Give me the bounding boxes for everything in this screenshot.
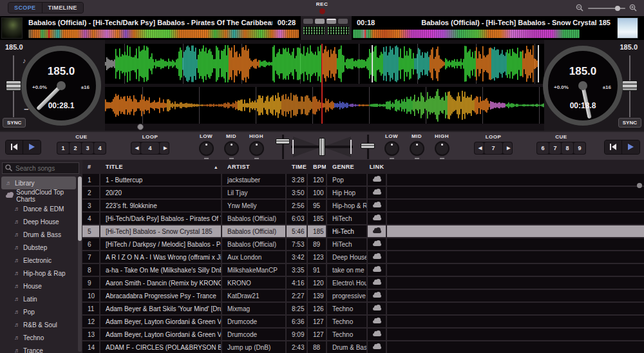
table-row[interactable]: 2 20/20 Lil Tjay 3:50 100 Hip Hop xyxy=(82,187,644,200)
cue-button-8-right[interactable]: 8 xyxy=(562,142,573,154)
timeline-tab[interactable]: TIMELINE xyxy=(43,3,83,13)
volume-handle-left[interactable] xyxy=(276,138,290,144)
sidebar-item-electronic[interactable]: ♬ Electronic xyxy=(1,254,76,267)
play-button-left[interactable] xyxy=(23,140,41,154)
play-button-right[interactable] xyxy=(622,140,639,154)
cell-link[interactable] xyxy=(368,303,387,314)
cue-button-9-right[interactable]: 9 xyxy=(574,142,585,154)
soundcloud-link-icon[interactable] xyxy=(373,217,381,220)
sidebar-item-hip-hop-rap[interactable]: ♬ Hip-hop & Rap xyxy=(1,267,76,280)
crossfader-handle[interactable] xyxy=(319,138,325,156)
soundcloud-link-icon[interactable] xyxy=(373,307,381,310)
pitch-slider-handle-left[interactable] xyxy=(6,81,21,91)
volume-handle-right[interactable] xyxy=(361,143,375,149)
loop-double-button-right[interactable]: ▶ xyxy=(503,142,512,154)
table-row[interactable]: 8 a-ha - Take On Me (Milkshake's Silly D… xyxy=(82,264,644,277)
cell-link[interactable] xyxy=(368,341,387,353)
loop-halve-button-right[interactable]: ◀ xyxy=(475,142,484,154)
sidebar-scrollbar-thumb[interactable] xyxy=(78,176,82,241)
sidebar-item-dubstep[interactable]: ♬ Dubstep xyxy=(1,241,76,254)
table-row[interactable]: 4 [Hi-Tech/Dark Psy] Babalos - Pirates O… xyxy=(82,213,644,225)
waveform-deck-right[interactable] xyxy=(105,87,544,124)
table-row[interactable]: 3 223's ft. 9lokknine Ynw Melly 2:56 95 … xyxy=(82,200,644,213)
soundcloud-link-icon[interactable] xyxy=(373,243,381,246)
table-row[interactable]: 6 [HiTech / Darkpsy / Melodic] Babalos -… xyxy=(82,238,644,251)
soundcloud-link-icon[interactable] xyxy=(373,230,381,233)
table-scrollbar-thumb[interactable] xyxy=(637,183,642,188)
cell-link[interactable] xyxy=(368,316,387,327)
cell-link[interactable] xyxy=(368,251,387,263)
volume-slider-right[interactable] xyxy=(361,135,375,159)
column-header-title[interactable]: TITLE▲ xyxy=(100,164,222,170)
soundcloud-link-icon[interactable] xyxy=(373,256,381,259)
cue-button-7-right[interactable]: 7 xyxy=(549,142,561,154)
cell-link[interactable] xyxy=(368,213,387,224)
column-header-link[interactable]: LINK xyxy=(368,164,387,170)
eq-mid-knob-right[interactable] xyxy=(410,141,424,156)
sidebar-item-library[interactable]: ♬ Library xyxy=(1,176,76,189)
eq-low-knob-right[interactable] xyxy=(384,141,399,156)
track-overview-waveform-left[interactable] xyxy=(28,30,299,38)
table-row[interactable]: 10 Abracadabra Progressive Psy - Trance … xyxy=(82,290,644,303)
scope-tab[interactable]: SCOPE xyxy=(8,3,43,13)
sidebar-item-latin[interactable]: ♬ Latin xyxy=(1,292,76,305)
sidebar-item-deep-house[interactable]: ♬ Deep House xyxy=(1,215,76,228)
zoom-slider-thumb[interactable] xyxy=(615,6,620,11)
cell-link[interactable] xyxy=(368,174,387,186)
sidebar-item-trance[interactable]: ♬ Trance xyxy=(1,344,76,353)
table-row[interactable]: 9 Aaron Smith - Dancin (Remix by KRONO) … xyxy=(82,277,644,290)
volume-slider-left[interactable] xyxy=(276,135,290,159)
loop-length-right[interactable]: 7 xyxy=(484,142,502,154)
crossfader[interactable] xyxy=(291,135,353,158)
loop-halve-button-left[interactable]: ◀ xyxy=(131,142,140,154)
zoom-slider[interactable] xyxy=(588,8,625,9)
column-header-genre[interactable]: GENRE xyxy=(327,164,368,170)
cell-link[interactable] xyxy=(368,225,387,237)
search-input[interactable] xyxy=(14,164,76,173)
cue-button-4-left[interactable]: 4 xyxy=(94,142,106,154)
sidebar-item-soundcloud-top-charts[interactable]: SoundCloud Top Charts xyxy=(1,189,76,202)
soundcloud-link-icon[interactable] xyxy=(373,294,381,298)
sidebar-item-dance-edm[interactable]: ♬ Dance & EDM xyxy=(1,202,76,215)
table-row[interactable]: 13 Adam Beyer, Layton Giordani & Green V… xyxy=(82,329,644,341)
loop-double-button-left[interactable]: ▶ xyxy=(160,142,169,154)
column-header-num[interactable]: # xyxy=(82,164,100,170)
zoom-in-icon[interactable] xyxy=(629,4,638,12)
column-header-time[interactable]: TIME xyxy=(287,164,308,170)
eq-high-knob-right[interactable] xyxy=(435,141,450,156)
sidebar-item-r-b-soul[interactable]: ♬ R&B & Soul xyxy=(1,318,76,331)
eq-high-knob-left[interactable] xyxy=(249,141,264,156)
record-control[interactable]: REC xyxy=(313,1,331,14)
table-row[interactable]: 12 Adam Beyer, Layton Giordani & Green V… xyxy=(82,316,644,329)
soundcloud-link-icon[interactable] xyxy=(373,269,381,272)
column-header-bpm[interactable]: BPM xyxy=(308,164,327,170)
skip-start-button-left[interactable] xyxy=(6,140,23,154)
sidebar-item-drum-bass[interactable]: ♬ Drum & Bass xyxy=(1,228,76,241)
soundcloud-link-icon[interactable] xyxy=(373,191,381,195)
loop-length-left[interactable]: 4 xyxy=(141,142,159,154)
cell-link[interactable] xyxy=(368,277,387,289)
jog-wheel-right[interactable]: 185.0 +0.0% ±16 00:18.8 xyxy=(543,46,623,126)
soundcloud-link-icon[interactable] xyxy=(373,204,381,207)
soundcloud-link-icon[interactable] xyxy=(373,281,381,285)
soundcloud-link-icon[interactable] xyxy=(373,178,381,182)
cell-link[interactable] xyxy=(368,264,387,276)
pitch-slider-handle-right[interactable] xyxy=(622,81,638,91)
cell-link[interactable] xyxy=(368,200,387,211)
sync-button-right[interactable]: SYNC xyxy=(618,118,641,128)
keylock-icon[interactable]: ♪ xyxy=(23,57,26,64)
soundcloud-link-icon[interactable] xyxy=(373,320,381,323)
cue-button-6-right[interactable]: 6 xyxy=(537,142,549,154)
cue-button-1-left[interactable]: 1 xyxy=(57,142,69,154)
cell-link[interactable] xyxy=(368,238,387,250)
sidebar-item-pop[interactable]: ♬ Pop xyxy=(1,305,76,318)
skip-start-button-right[interactable] xyxy=(605,140,622,154)
eq-mid-knob-left[interactable] xyxy=(224,141,239,156)
table-row[interactable]: 11 Adam Beyer & Bart Skils 'Your Mind' [… xyxy=(82,303,644,316)
sidebar-item-house[interactable]: ♬ House xyxy=(1,280,76,292)
sidebar-item-techno[interactable]: ♬ Techno xyxy=(1,331,76,344)
track-overview-waveform-right[interactable] xyxy=(353,30,580,38)
waveform-scroll-thumb[interactable] xyxy=(137,124,144,130)
table-row[interactable]: 7 A R I Z O N A - I Was Wrong (offrami x… xyxy=(82,251,644,264)
column-header-artist[interactable]: ARTIST xyxy=(222,164,287,170)
